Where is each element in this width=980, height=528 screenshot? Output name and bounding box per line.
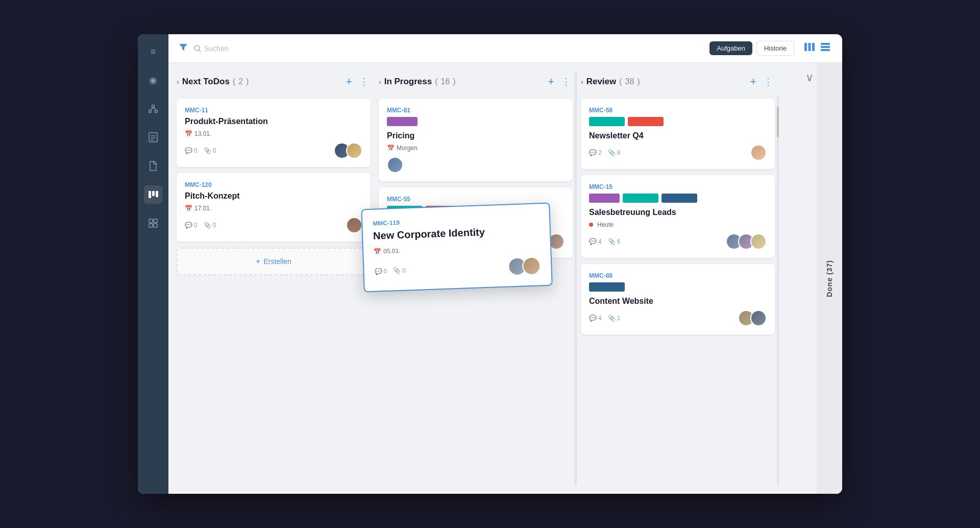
card-footer-mmc-15: 💬 4 📎 6 xyxy=(589,233,767,250)
sidebar-icon-grid[interactable] xyxy=(144,214,162,232)
comment-icon: 💬 xyxy=(589,149,597,156)
done-column-label: Done (37) xyxy=(825,260,834,297)
add-card-button-next-todos[interactable]: + xyxy=(344,73,354,90)
column-header-in-progress: › In Progress (16) + ⋮ xyxy=(379,71,573,92)
svg-point-0 xyxy=(152,105,155,108)
column-actions-next-todos: + ⋮ xyxy=(344,73,371,90)
historie-button[interactable]: Historie xyxy=(756,41,794,56)
floating-card-mmc-119[interactable]: MMC-119 New Corporate Identity 📅 05.01. … xyxy=(361,203,552,293)
sidebar-icon-menu[interactable]: ≡ xyxy=(144,42,162,61)
card-title-mmc-120: Pitch-Konzept xyxy=(185,191,362,201)
scrollbar-track[interactable] xyxy=(777,97,779,486)
svg-rect-8 xyxy=(156,191,158,197)
card-id-mmc-120: MMC-120 xyxy=(185,181,362,188)
svg-rect-5 xyxy=(149,133,157,142)
card-mmc-81[interactable]: MMC-81 Pricing 📅 Morgen xyxy=(379,99,573,181)
comment-icon: 💬 xyxy=(589,238,597,245)
avatar xyxy=(750,145,767,161)
color-tags-mmc-88 xyxy=(589,282,767,292)
avatar xyxy=(387,157,403,173)
aufgaben-button[interactable]: Aufgaben xyxy=(709,41,752,55)
card-title-mmc-81: Pricing xyxy=(387,131,565,140)
card-footer-mmc-11: 💬 0 📎 0 xyxy=(185,142,362,159)
sidebar-icon-document[interactable] xyxy=(144,157,162,175)
main-content: Suchen Aufgaben Historie xyxy=(168,34,842,494)
tag-darkblue xyxy=(589,282,625,292)
attachment-icon: 📎 xyxy=(608,149,616,156)
board-area: › Next ToDos (2) + ⋮ MMC-11 Produkt-Präs… xyxy=(168,63,842,494)
card-meta-mmc-120: 💬 0 📎 0 xyxy=(185,222,216,229)
svg-point-2 xyxy=(155,110,158,113)
svg-rect-16 xyxy=(808,43,811,51)
attachment-icon: 📎 xyxy=(204,222,211,229)
column-divider xyxy=(575,71,577,486)
svg-rect-6 xyxy=(149,191,151,198)
card-footer-mmc-120: 💬 0 📎 0 xyxy=(185,217,362,233)
comment-icon: 💬 xyxy=(589,315,597,322)
card-mmc-88[interactable]: MMC-88 Content Website 💬 4 📎 xyxy=(581,264,775,334)
avatar xyxy=(522,256,541,275)
svg-rect-17 xyxy=(812,43,815,51)
board-view-button[interactable] xyxy=(802,41,817,56)
sidebar-icon-dashboard[interactable]: ◉ xyxy=(144,71,162,89)
done-column[interactable]: Done (37) xyxy=(817,63,842,494)
view-icons xyxy=(802,41,832,56)
search-placeholder: Suchen xyxy=(204,44,228,53)
avatars-mmc-11 xyxy=(334,142,362,159)
column-count-next-todos: ( xyxy=(233,77,235,86)
svg-rect-9 xyxy=(149,219,153,223)
attachment-icon: 📎 xyxy=(204,147,211,154)
list-view-button[interactable] xyxy=(819,41,832,56)
avatar xyxy=(750,233,767,250)
comment-icon: 💬 xyxy=(185,147,192,154)
chevron-right-icon: › xyxy=(177,78,179,86)
tag-purple xyxy=(589,194,620,203)
topbar: Suchen Aufgaben Historie xyxy=(168,34,842,63)
tag-darkblue xyxy=(662,194,697,203)
chevron-right-icon: › xyxy=(581,78,583,86)
search-box[interactable]: Suchen xyxy=(194,44,703,53)
more-options-button-in-progress[interactable]: ⋮ xyxy=(559,73,573,90)
card-mmc-15[interactable]: MMC-15 Salesbetreuung Leads Heute xyxy=(581,175,775,258)
column-next-todos: › Next ToDos (2) + ⋮ MMC-11 Produkt-Präs… xyxy=(177,71,371,486)
sidebar-icon-files[interactable] xyxy=(144,128,162,147)
topbar-right: Aufgaben Historie xyxy=(709,41,832,56)
card-date-mmc-11: 📅 13.01. xyxy=(185,130,362,137)
card-title-mmc-119: New Corporate Identity xyxy=(373,224,540,242)
card-date-mmc-119: 📅 05.01. xyxy=(374,242,540,255)
card-title-mmc-15: Salesbetreuung Leads xyxy=(589,208,767,217)
collapse-done-button[interactable]: ∨ xyxy=(805,71,814,84)
card-footer-mmc-88: 💬 4 📎 1 xyxy=(589,310,767,326)
column-header-review: › Review (38) + ⋮ xyxy=(581,71,775,92)
card-title-mmc-88: Content Website xyxy=(589,297,767,306)
tag-red xyxy=(628,117,664,126)
calendar-icon: 📅 xyxy=(387,145,395,152)
add-card-button-review[interactable]: + xyxy=(748,73,758,90)
card-id-mmc-81: MMC-81 xyxy=(387,107,565,114)
card-mmc-120[interactable]: MMC-120 Pitch-Konzept 📅 17.01. 💬 0 xyxy=(177,173,371,242)
card-mmc-58[interactable]: MMC-58 Newsletter Q4 💬 2 xyxy=(581,99,775,169)
card-date-mmc-120: 📅 17.01. xyxy=(185,205,362,212)
tag-teal xyxy=(623,194,658,203)
more-options-button-review[interactable]: ⋮ xyxy=(762,73,775,90)
add-card-button-in-progress[interactable]: + xyxy=(546,73,556,90)
scrollbar-thumb[interactable] xyxy=(777,107,779,137)
column-actions-review: + ⋮ xyxy=(748,73,775,90)
svg-rect-7 xyxy=(152,191,155,196)
attachment-icon: 📎 xyxy=(608,238,616,245)
create-button[interactable]: + Erstellen xyxy=(177,248,371,275)
avatars-mmc-120 xyxy=(346,217,362,233)
avatar xyxy=(346,142,362,159)
sidebar-icon-network[interactable] xyxy=(144,100,162,118)
card-mmc-11[interactable]: MMC-11 Produkt-Präsentation 📅 13.01. 💬 0 xyxy=(177,99,371,167)
more-options-button-next-todos[interactable]: ⋮ xyxy=(357,73,371,90)
svg-line-4 xyxy=(153,108,156,110)
calendar-icon: 📅 xyxy=(185,130,192,137)
sidebar-icon-board[interactable] xyxy=(144,185,162,204)
filter-icon[interactable] xyxy=(179,43,188,54)
card-footer-mmc-58: 💬 2 📎 8 xyxy=(589,145,767,161)
svg-rect-15 xyxy=(804,43,807,51)
column-actions-in-progress: + ⋮ xyxy=(546,73,573,90)
svg-rect-19 xyxy=(821,46,830,48)
chevron-right-icon: › xyxy=(379,78,381,86)
